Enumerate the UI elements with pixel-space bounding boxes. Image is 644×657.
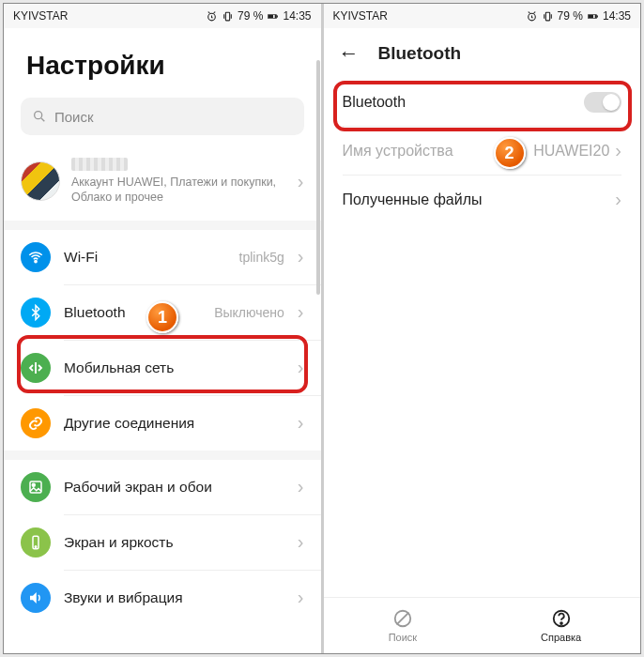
wifi-row[interactable]: Wi-Fi tplink5g › xyxy=(4,230,321,284)
status-bar: KYIVSTAR 79 % 14:35 xyxy=(324,4,641,28)
account-subtext: Аккаунт HUAWEI, Платежи и покупки, Облак… xyxy=(71,175,286,206)
chevron-right-icon: › xyxy=(298,301,304,323)
carrier-label: KYIVSTAR xyxy=(333,9,388,23)
chevron-right-icon: › xyxy=(615,189,621,210)
clock-text: 14:35 xyxy=(283,9,311,23)
bottom-help-tab[interactable]: Справка xyxy=(482,598,640,653)
svg-rect-3 xyxy=(277,15,278,17)
other-connections-row[interactable]: Другие соединения › xyxy=(4,396,321,451)
svg-rect-17 xyxy=(589,14,593,17)
help-icon xyxy=(551,608,572,629)
sound-row[interactable]: Звуки и вибрация › xyxy=(4,571,321,617)
battery-icon xyxy=(267,10,279,23)
mobile-icon xyxy=(21,353,51,383)
wifi-value: tplink5g xyxy=(239,250,284,265)
wallpaper-row[interactable]: Рабочий экран и обои › xyxy=(4,460,321,514)
bluetooth-header: ← Bluetooth xyxy=(324,28,641,79)
vibrate-icon xyxy=(542,10,554,23)
page-header: Настройки xyxy=(4,28,321,98)
vibrate-icon xyxy=(222,10,234,23)
chevron-right-icon: › xyxy=(298,412,304,434)
step-badge-2: 2 xyxy=(494,137,526,169)
bluetooth-toggle-row[interactable]: Bluetooth xyxy=(324,79,641,126)
other-label: Другие соединения xyxy=(64,415,284,432)
battery-text: 79 % xyxy=(558,9,583,23)
display-row[interactable]: Экран и яркость › xyxy=(4,515,321,570)
chevron-right-icon: › xyxy=(298,531,304,553)
carrier-label: KYIVSTAR xyxy=(13,9,68,23)
battery-icon xyxy=(587,10,599,23)
bottom-bar: Поиск Справка xyxy=(324,597,641,653)
page-title: Настройки xyxy=(26,51,299,81)
battery-text: 79 % xyxy=(238,9,263,23)
bluetooth-toggle[interactable] xyxy=(584,92,621,113)
section-gap xyxy=(4,221,321,230)
bluetooth-toggle-label: Bluetooth xyxy=(343,94,406,111)
wifi-icon xyxy=(21,242,51,272)
chevron-right-icon: › xyxy=(298,476,304,497)
device-name-row[interactable]: Имя устройства HUAWEI20 › xyxy=(324,127,641,175)
svg-point-9 xyxy=(32,483,35,486)
svg-rect-13 xyxy=(545,12,549,21)
chevron-right-icon: › xyxy=(615,140,621,161)
svg-point-11 xyxy=(35,545,37,547)
device-name-label: Имя устройства xyxy=(343,143,453,160)
back-button[interactable]: ← xyxy=(339,41,360,66)
chevron-right-icon: › xyxy=(298,246,304,267)
mobile-network-row[interactable]: Мобильная сеть › xyxy=(4,341,321,395)
svg-point-20 xyxy=(560,622,562,624)
display-icon xyxy=(21,527,51,558)
sound-icon xyxy=(21,583,51,613)
wallpaper-label: Рабочий экран и обои xyxy=(64,479,284,496)
link-icon xyxy=(21,408,51,438)
chevron-right-icon: › xyxy=(298,587,304,608)
svg-point-7 xyxy=(35,260,37,262)
received-files-row[interactable]: Полученные файлы › xyxy=(324,176,641,223)
svg-rect-1 xyxy=(225,12,229,21)
step-badge-1: 1 xyxy=(146,301,178,333)
sound-label: Звуки и вибрация xyxy=(64,589,284,606)
bottom-search-label: Поиск xyxy=(389,632,417,643)
device-name-value: HUAWEI20 xyxy=(533,143,609,160)
chevron-right-icon: › xyxy=(298,357,304,378)
bottom-help-label: Справка xyxy=(541,632,581,643)
avatar xyxy=(21,161,60,201)
svg-rect-8 xyxy=(30,481,41,493)
status-bar: KYIVSTAR 79 % 14:35 xyxy=(4,4,321,28)
svg-rect-5 xyxy=(268,14,273,17)
block-icon xyxy=(392,608,413,629)
bluetooth-title: Bluetooth xyxy=(378,43,462,64)
alarm-icon xyxy=(526,10,538,23)
search-icon xyxy=(32,109,47,124)
chevron-right-icon: › xyxy=(298,171,304,192)
account-name-blurred xyxy=(71,158,128,171)
svg-rect-15 xyxy=(597,15,598,17)
mobile-label: Мобильная сеть xyxy=(64,359,284,376)
bottom-search-tab[interactable]: Поиск xyxy=(324,598,483,653)
received-files-label: Полученные файлы xyxy=(343,191,483,208)
bluetooth-icon xyxy=(21,298,51,328)
display-label: Экран и яркость xyxy=(64,534,284,551)
clock-text: 14:35 xyxy=(603,9,631,23)
search-input[interactable]: Поиск xyxy=(21,98,304,135)
section-gap xyxy=(4,451,321,460)
wifi-label: Wi-Fi xyxy=(64,249,226,266)
svg-point-6 xyxy=(35,112,42,119)
account-row[interactable]: Аккаунт HUAWEI, Платежи и покупки, Облак… xyxy=(4,148,321,221)
phone-left-settings: KYIVSTAR 79 % 14:35 Настройки Поиск Акка… xyxy=(4,4,321,653)
bluetooth-label: Bluetooth xyxy=(64,304,201,321)
search-placeholder: Поиск xyxy=(54,109,94,125)
phone-right-bluetooth: KYIVSTAR 79 % 14:35 ← Bluetooth Bluetoot… xyxy=(324,4,641,653)
wallpaper-icon xyxy=(21,472,51,502)
alarm-icon xyxy=(206,10,218,23)
bluetooth-value: Выключено xyxy=(214,305,284,320)
